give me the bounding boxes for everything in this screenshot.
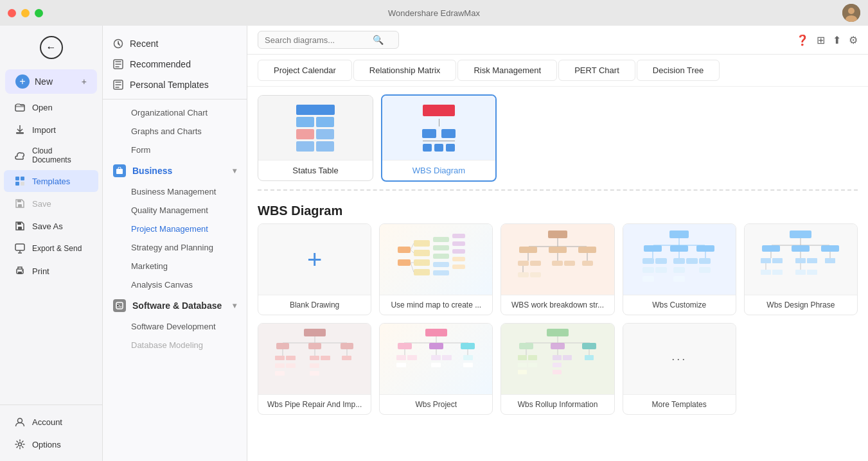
template-mindmap[interactable]: Use mind map to create ... <box>379 223 493 315</box>
wbs1-image <box>501 224 614 295</box>
type-card-status-table[interactable]: Status Table <box>258 95 373 181</box>
nav-personal-label: Personal Templates <box>130 80 209 90</box>
nav-quality-mgmt[interactable]: Quality Management <box>103 201 247 220</box>
svg-rect-100 <box>807 270 817 275</box>
template-type-relationship-matrix[interactable]: Relationship Matrix <box>353 60 457 81</box>
svg-rect-70 <box>642 258 654 264</box>
svg-rect-79 <box>642 276 654 282</box>
svg-rect-114 <box>342 356 351 360</box>
sidebar-item-templates[interactable]: Templates <box>4 170 98 192</box>
blank-plus-icon: + <box>307 245 322 274</box>
minimize-button[interactable] <box>21 9 30 17</box>
nav-marketing[interactable]: Marketing <box>103 257 247 275</box>
sidebar-item-export[interactable]: Export & Send <box>4 238 98 259</box>
nav-business-header[interactable]: Business ▾ <box>103 159 247 182</box>
templates-label: Templates <box>32 177 70 186</box>
blank-drawing-image: + <box>258 224 371 295</box>
svg-line-41 <box>411 250 414 253</box>
template-wbs6[interactable]: Wbs Rollup Information <box>500 323 614 415</box>
sidebar-item-open[interactable]: Open <box>4 96 98 118</box>
svg-rect-116 <box>286 363 296 368</box>
svg-rect-29 <box>414 269 430 275</box>
svg-rect-131 <box>431 355 441 360</box>
sidebar-item-account[interactable]: Account <box>4 411 98 433</box>
open-icon <box>14 101 26 113</box>
nav-business-label: Business <box>132 166 172 176</box>
settings-icon[interactable]: ⚙ <box>849 34 858 46</box>
svg-rect-147 <box>528 355 537 360</box>
new-button[interactable]: + New + <box>5 69 97 94</box>
svg-point-18 <box>19 443 22 446</box>
template-more[interactable]: ··· More Templates <box>623 323 736 415</box>
template-type-pert-chart[interactable]: PERT Chart <box>558 60 635 81</box>
traffic-lights <box>8 9 43 17</box>
help-icon[interactable]: ❓ <box>796 34 809 46</box>
template-type-decision-tree[interactable]: Decision Tree <box>637 60 720 81</box>
template-wbs1[interactable]: WBS work breakdown str... <box>500 223 614 315</box>
nav-recent-label: Recent <box>130 39 158 49</box>
search-input[interactable] <box>265 35 368 45</box>
template-type-risk-management[interactable]: Risk Management <box>457 60 557 81</box>
nav-strategy[interactable]: Strategy and Planning <box>103 238 247 257</box>
nav-form[interactable]: Form <box>103 141 247 159</box>
wbs1-svg <box>516 227 599 291</box>
template-wbs2[interactable]: Wbs Customize <box>623 223 736 315</box>
template-mindmap-name: Use mind map to create ... <box>380 295 492 315</box>
import-label: Import <box>32 125 56 135</box>
sidebar-item-save-as[interactable]: Save As <box>4 215 98 237</box>
template-wbs4[interactable]: Wbs Pipe Repair And Imp... <box>258 323 371 415</box>
svg-rect-77 <box>673 267 685 273</box>
app-container: ← + New + Open Import <box>0 0 868 461</box>
grid-icon[interactable]: ⊞ <box>817 34 825 46</box>
template-wbs5[interactable]: Wbs Project <box>379 323 493 415</box>
options-label: Options <box>32 440 61 449</box>
nav-analysis[interactable]: Analysis Canvas <box>103 275 247 294</box>
svg-rect-135 <box>431 363 441 367</box>
svg-rect-86 <box>821 245 839 252</box>
template-wbs3[interactable]: Wbs Design Phrase <box>744 223 858 315</box>
nav-org-chart[interactable]: Organizational Chart <box>103 103 247 122</box>
nav-graphs-charts[interactable]: Graphs and Charts <box>103 122 247 141</box>
template-type-project-calendar[interactable]: Project Calendar <box>258 60 352 81</box>
main-scroll-area: Status Table <box>247 87 868 461</box>
svg-rect-60 <box>530 272 541 277</box>
back-button[interactable]: ← <box>40 36 63 59</box>
template-wbs2-name: Wbs Customize <box>623 295 736 315</box>
avatar[interactable] <box>842 4 860 22</box>
sidebar-item-cloud[interactable]: Cloud Documents <box>4 141 98 170</box>
svg-rect-84 <box>762 245 780 252</box>
back-icon: ← <box>46 42 57 53</box>
sidebar-item-print[interactable]: Print <box>4 260 98 282</box>
template-blank-drawing[interactable]: + Blank Drawing <box>258 223 371 315</box>
nav-database[interactable]: Database Modeling <box>103 336 247 354</box>
nav-software-label: Software & Database <box>132 300 222 311</box>
maximize-button[interactable] <box>35 9 43 17</box>
sidebar-item-import[interactable]: Import <box>4 119 98 141</box>
nav-software-header[interactable]: Software & Database ▾ <box>103 294 247 317</box>
nav-recommended[interactable]: Recommended <box>103 54 247 74</box>
import-icon <box>14 124 26 135</box>
svg-rect-153 <box>553 363 562 367</box>
close-button[interactable] <box>8 9 16 17</box>
wbs6-image <box>501 324 614 394</box>
nav-personal[interactable]: Personal Templates <box>103 74 247 95</box>
nav-project-mgmt[interactable]: Project Management <box>103 220 247 238</box>
svg-rect-64 <box>644 245 662 252</box>
nav-recent[interactable]: Recent <box>103 33 247 54</box>
sidebar-item-options[interactable]: Options <box>4 433 98 455</box>
svg-rect-115 <box>275 363 285 368</box>
svg-rect-155 <box>553 370 562 374</box>
svg-rect-130 <box>407 355 417 360</box>
svg-rect-141 <box>551 343 565 349</box>
svg-rect-25 <box>398 259 411 266</box>
nav-business-mgmt[interactable]: Business Management <box>103 182 247 201</box>
status-table-image <box>258 96 373 160</box>
search-box[interactable]: 🔍 <box>258 31 399 49</box>
type-card-wbs-diagram[interactable]: WBS Diagram <box>381 94 497 182</box>
svg-rect-39 <box>452 265 465 269</box>
svg-rect-27 <box>414 250 430 256</box>
nav-software-dev[interactable]: Software Development <box>103 317 247 336</box>
share-icon[interactable]: ⬆ <box>833 34 841 46</box>
svg-rect-30 <box>433 237 449 242</box>
wbs-template-grid: + Blank Drawing <box>258 223 858 415</box>
